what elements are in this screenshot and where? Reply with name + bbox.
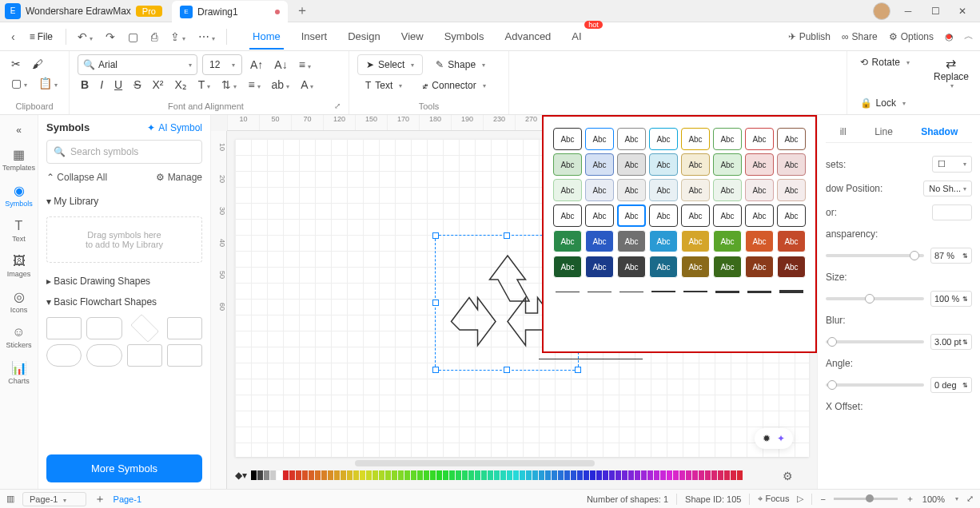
line-weight-swatch[interactable]: [745, 286, 774, 297]
palette-color[interactable]: [731, 470, 736, 480]
rotate-button[interactable]: ⟲Rotate▾: [855, 54, 914, 70]
iconbar-text[interactable]: TText: [2, 214, 37, 248]
font-size-select[interactable]: 12▾: [202, 54, 242, 75]
pages-icon[interactable]: ▥: [6, 494, 14, 504]
style-swatch[interactable]: Abc: [585, 153, 614, 176]
palette-color[interactable]: [590, 470, 596, 480]
minimize-button[interactable]: ─: [898, 2, 918, 21]
palette-color[interactable]: [532, 470, 538, 480]
palette-color[interactable]: [436, 470, 442, 480]
palette-color[interactable]: [257, 470, 263, 480]
palette-color[interactable]: [603, 470, 608, 480]
style-swatch[interactable]: Abc: [617, 179, 646, 201]
collapse-all-button[interactable]: ⌃ Collapse All: [46, 172, 107, 183]
collapse-sidebar-button[interactable]: «: [11, 120, 26, 141]
palette-color[interactable]: [456, 470, 461, 480]
ai-symbol-button[interactable]: ✦AI Symbol: [147, 122, 202, 133]
dialog-launcher-icon[interactable]: ⤢: [334, 101, 341, 111]
tab-fill[interactable]: ill: [837, 121, 850, 142]
line-weight-swatch[interactable]: [585, 286, 614, 297]
transparency-slider[interactable]: [826, 254, 924, 257]
line-weight-swatch[interactable]: [617, 286, 646, 297]
manage-button[interactable]: ⚙ Manage: [156, 172, 202, 183]
style-swatch[interactable]: Abc: [745, 179, 774, 201]
tab-line[interactable]: Line: [871, 121, 896, 142]
line-weight-swatch[interactable]: [777, 286, 806, 297]
style-swatch[interactable]: Abc: [745, 256, 774, 278]
tab-shadow[interactable]: Shadow: [918, 121, 961, 142]
palette-color[interactable]: [475, 470, 480, 480]
iconbar-charts[interactable]: 📊Charts: [2, 355, 37, 390]
resize-handle[interactable]: [504, 367, 510, 373]
font-family-select[interactable]: 🔍Arial▾: [78, 54, 197, 75]
palette-color[interactable]: [430, 470, 436, 480]
style-swatch[interactable]: Abc: [745, 153, 774, 176]
shape-thumb[interactable]: [127, 344, 162, 367]
style-swatch[interactable]: Abc: [617, 256, 646, 278]
file-menu-button[interactable]: ≡ File: [23, 28, 59, 46]
palette-color[interactable]: [545, 470, 551, 480]
palette-color[interactable]: [392, 470, 397, 480]
style-swatch[interactable]: Abc: [585, 179, 614, 201]
palette-color[interactable]: [404, 470, 410, 480]
palette-color[interactable]: [500, 470, 506, 480]
style-swatch[interactable]: Abc: [713, 230, 742, 252]
tab-view[interactable]: View: [398, 24, 427, 49]
palette-color[interactable]: [635, 470, 640, 480]
line-weight-swatch[interactable]: [649, 286, 678, 297]
style-swatch[interactable]: Abc: [745, 204, 774, 227]
style-swatch[interactable]: Abc: [649, 230, 678, 252]
back-button[interactable]: ‹: [6, 27, 20, 46]
palette-color[interactable]: [686, 470, 691, 480]
palette-color[interactable]: [449, 470, 455, 480]
redo-button[interactable]: ↷: [101, 27, 120, 46]
highlight-button[interactable]: A▾: [297, 75, 317, 94]
case-button[interactable]: ab▾: [269, 75, 293, 94]
palette-color[interactable]: [468, 470, 474, 480]
symbols-search-input[interactable]: 🔍 Search symbols: [46, 140, 202, 164]
canvas-area[interactable]: 1050701201501701801902302703103503904304…: [211, 115, 817, 489]
tab-ai[interactable]: AI hot: [568, 24, 584, 49]
angle-slider[interactable]: [826, 383, 924, 387]
palette-color[interactable]: [360, 470, 365, 480]
palette-color[interactable]: [699, 470, 704, 480]
shape-thumb[interactable]: [167, 317, 202, 339]
palette-color[interactable]: [424, 470, 429, 480]
palette-color[interactable]: [488, 470, 493, 480]
style-swatch[interactable]: Abc: [553, 153, 582, 176]
section-basic-flowchart[interactable]: ▾ Basic Flowchart Shapes: [46, 292, 202, 312]
subscript-button[interactable]: X₂: [171, 75, 189, 94]
style-swatch[interactable]: Abc: [649, 204, 678, 227]
print-button[interactable]: ⎙: [146, 27, 162, 46]
iconbar-symbols[interactable]: ◉Symbols: [2, 178, 37, 212]
palette-color[interactable]: [309, 470, 314, 480]
italic-button[interactable]: I: [97, 75, 106, 94]
palette-color[interactable]: [251, 470, 257, 480]
iconbar-templates[interactable]: ▦Templates: [2, 142, 37, 177]
palette-color[interactable]: [398, 470, 404, 480]
iconbar-stickers[interactable]: ☺Stickers: [2, 320, 37, 354]
style-swatch[interactable]: Abc: [713, 179, 742, 201]
palette-color[interactable]: [347, 470, 353, 480]
replace-group[interactable]: ⇄ Replace ▾: [922, 51, 980, 114]
palette-color[interactable]: [577, 470, 583, 480]
page-select[interactable]: Page-1 ▾: [22, 492, 86, 506]
palette-color[interactable]: [552, 470, 557, 480]
palette-color[interactable]: [302, 470, 308, 480]
bold-button[interactable]: B: [78, 75, 92, 94]
resize-handle[interactable]: [432, 367, 439, 373]
palette-color[interactable]: [334, 470, 340, 480]
user-avatar[interactable]: [873, 2, 890, 20]
palette-color[interactable]: [660, 470, 666, 480]
tab-design[interactable]: Design: [345, 24, 383, 49]
palette-color[interactable]: [283, 470, 289, 480]
collapse-ribbon-button[interactable]: ︿: [964, 30, 974, 43]
style-swatch[interactable]: Abc: [649, 256, 678, 278]
style-button[interactable]: ✹: [763, 433, 771, 444]
resize-handle[interactable]: [432, 300, 439, 306]
style-swatch[interactable]: Abc: [777, 204, 806, 227]
color-menu-icon[interactable]: ◆▾: [235, 470, 247, 481]
list-button[interactable]: ≡▾: [245, 75, 263, 94]
resize-handle[interactable]: [504, 232, 510, 239]
style-swatch[interactable]: Abc: [553, 204, 582, 227]
